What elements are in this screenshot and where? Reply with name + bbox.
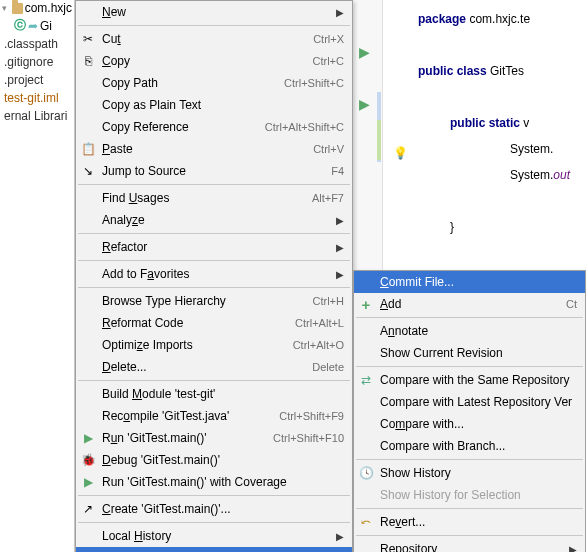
menu-copy-path[interactable]: Copy PathCtrl+Shift+C: [76, 72, 352, 94]
folder-icon: [12, 3, 23, 14]
coverage-icon: ▶: [80, 475, 96, 489]
submenu-add[interactable]: +AddCt: [354, 293, 585, 315]
submenu-compare-branch[interactable]: Compare with Branch...: [354, 435, 585, 457]
menu-analyze[interactable]: Analyze▶: [76, 209, 352, 231]
package-name: com.hxjc: [25, 1, 72, 15]
menu-browse-hierarchy[interactable]: Browse Type HierarchyCtrl+H: [76, 290, 352, 312]
menu-new[interactable]: New▶: [76, 1, 352, 23]
run-gutter-icon[interactable]: ▶: [359, 44, 370, 60]
menu-copy-ref[interactable]: Copy ReferenceCtrl+Alt+Shift+C: [76, 116, 352, 138]
menu-jump-source[interactable]: ↘Jump to SourceF4: [76, 160, 352, 182]
menu-run[interactable]: ▶Run 'GitTest.main()'Ctrl+Shift+F10: [76, 427, 352, 449]
class-icon: ⓒ: [14, 17, 26, 34]
class-file[interactable]: ⓒ ➦ Gi: [0, 16, 74, 35]
menu-coverage[interactable]: ▶Run 'GitTest.main()' with Coverage: [76, 471, 352, 493]
menu-git[interactable]: Git▶: [76, 547, 352, 552]
submenu-annotate[interactable]: Annotate: [354, 320, 585, 342]
menu-optimize-imports[interactable]: Optimize ImportsCtrl+Alt+O: [76, 334, 352, 356]
submenu-show-history[interactable]: 🕓Show History: [354, 462, 585, 484]
menu-find-usages[interactable]: Find UsagesAlt+F7: [76, 187, 352, 209]
debug-icon: 🐞: [80, 453, 96, 467]
menu-paste[interactable]: 📋PasteCtrl+V: [76, 138, 352, 160]
menu-refactor[interactable]: Refactor▶: [76, 236, 352, 258]
menu-copy-plain[interactable]: Copy as Plain Text: [76, 94, 352, 116]
menu-copy[interactable]: ⎘CopyCtrl+C: [76, 50, 352, 72]
file-iml[interactable]: test-git.iml: [0, 89, 74, 107]
code-content: package com.hxjc.te public class GitTes …: [418, 6, 570, 292]
run-gutter-icon[interactable]: ▶: [359, 96, 370, 112]
plus-icon: +: [358, 296, 374, 313]
revert-icon: ⤺: [358, 515, 374, 529]
submenu-revert[interactable]: ⤺Revert...: [354, 511, 585, 533]
git-submenu[interactable]: Commit File... +AddCt Annotate Show Curr…: [353, 270, 586, 552]
submenu-show-revision[interactable]: Show Current Revision: [354, 342, 585, 364]
intention-bulb-icon[interactable]: 💡: [393, 146, 408, 160]
menu-reformat[interactable]: Reformat CodeCtrl+Alt+L: [76, 312, 352, 334]
menu-local-history[interactable]: Local History▶: [76, 525, 352, 547]
project-tree[interactable]: ▾ com.hxjc ⓒ ➦ Gi .classpath .gitignore …: [0, 0, 75, 552]
history-icon: 🕓: [358, 466, 374, 480]
submenu-show-history-selection: Show History for Selection: [354, 484, 585, 506]
menu-create-run[interactable]: ↗Create 'GitTest.main()'...: [76, 498, 352, 520]
compare-icon: ⇄: [358, 373, 374, 387]
file-classpath[interactable]: .classpath: [0, 35, 74, 53]
menu-delete[interactable]: Delete...Delete: [76, 356, 352, 378]
menu-debug[interactable]: 🐞Debug 'GitTest.main()': [76, 449, 352, 471]
paste-icon: 📋: [80, 142, 96, 156]
submenu-compare-latest[interactable]: Compare with Latest Repository Ver: [354, 391, 585, 413]
editor-gutter: ▶ ▶: [353, 0, 383, 270]
git-icon: ➦: [28, 19, 38, 33]
menu-cut[interactable]: ✂CutCtrl+X: [76, 28, 352, 50]
submenu-compare-same[interactable]: ⇄Compare with the Same Repository: [354, 369, 585, 391]
submenu-repository[interactable]: Repository▶: [354, 538, 585, 552]
context-menu[interactable]: New▶ ✂CutCtrl+X ⎘CopyCtrl+C Copy PathCtr…: [75, 0, 353, 552]
menu-recompile[interactable]: Recompile 'GitTest.java'Ctrl+Shift+F9: [76, 405, 352, 427]
scissors-icon: ✂: [80, 32, 96, 46]
code-editor[interactable]: ▶ ▶ 💡 package com.hxjc.te public class G…: [353, 0, 586, 270]
jump-icon: ↘: [80, 164, 96, 178]
file-project[interactable]: .project: [0, 71, 74, 89]
submenu-compare-with[interactable]: Compare with...: [354, 413, 585, 435]
create-icon: ↗: [80, 502, 96, 516]
external-libraries[interactable]: ernal Librari: [0, 107, 74, 125]
class-name: Gi: [40, 19, 52, 33]
menu-build-module[interactable]: Build Module 'test-git': [76, 383, 352, 405]
package-folder[interactable]: ▾ com.hxjc: [0, 0, 74, 16]
copy-icon: ⎘: [80, 54, 96, 68]
menu-favorites[interactable]: Add to Favorites▶: [76, 263, 352, 285]
submenu-commit[interactable]: Commit File...: [354, 271, 585, 293]
run-icon: ▶: [80, 431, 96, 445]
file-gitignore[interactable]: .gitignore: [0, 53, 74, 71]
